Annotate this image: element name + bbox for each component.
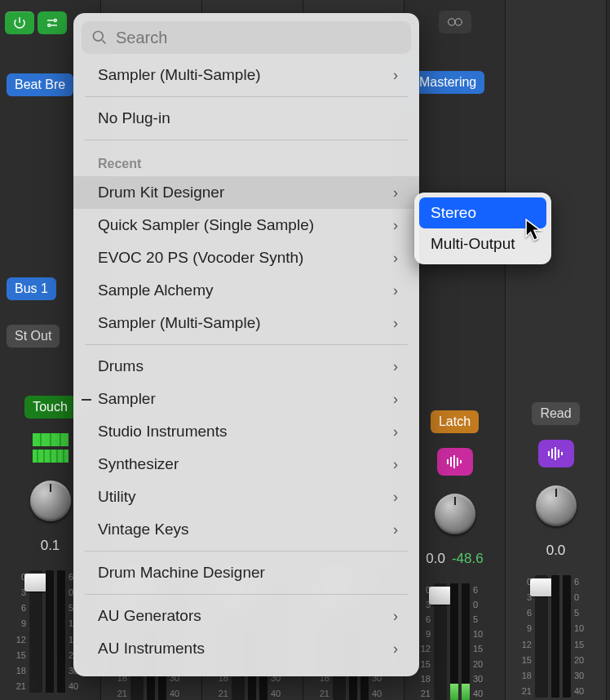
svg-rect-20 — [551, 449, 553, 459]
menu-item-sampler-multi-recent[interactable]: Sampler (Multi-Sample) › — [73, 307, 419, 339]
automation-mode[interactable]: Touch — [24, 396, 76, 419]
menu-item-drum-kit-designer[interactable]: Drum Kit Designer › — [73, 176, 419, 209]
chevron-right-icon: › — [393, 184, 398, 202]
pan-knob[interactable] — [30, 481, 71, 521]
menu-item-synthesizer[interactable]: Synthesizer› — [73, 448, 419, 481]
pan-value: 0.0 — [426, 551, 445, 567]
svg-point-24 — [94, 32, 104, 42]
volume-fader[interactable] — [434, 583, 447, 700]
chevron-right-icon: › — [393, 391, 398, 408]
menu-item-label: Studio Instruments — [98, 423, 227, 441]
menu-item-vintage-keys[interactable]: Vintage Keys› — [73, 513, 419, 546]
svg-point-0 — [54, 20, 56, 22]
menu-item-label: Sampler (Multi-Sample) — [98, 66, 261, 84]
output-slot[interactable]: St Out — [7, 325, 60, 348]
search-icon — [91, 29, 108, 46]
chevron-right-icon: › — [393, 456, 398, 473]
pan-value: 0.1 — [41, 538, 60, 554]
instrument-output-submenu: Stereo Multi-Output — [414, 193, 551, 264]
send-slot[interactable]: Bus 1 — [7, 277, 56, 300]
menu-item-label: Sampler — [98, 390, 156, 408]
chevron-right-icon: › — [393, 67, 398, 84]
fader-scale: 036912151821 — [8, 570, 26, 693]
menu-item-sampler-multi[interactable]: Sampler (Multi-Sample) › — [73, 59, 419, 91]
menu-item-label: Drum Kit Designer — [98, 184, 224, 202]
chevron-right-icon: › — [393, 358, 398, 375]
meter-scale: 6051015203040 — [473, 583, 488, 700]
menu-item-label: Utility — [98, 488, 135, 506]
svg-rect-22 — [558, 450, 559, 458]
svg-rect-18 — [460, 460, 462, 463]
menu-item-studio-instruments[interactable]: Studio Instruments› — [73, 415, 419, 448]
power-icon[interactable] — [5, 11, 34, 34]
svg-rect-21 — [555, 447, 556, 460]
menu-item-sampler[interactable]: Sampler› — [73, 383, 419, 415]
menu-item-label: Sample Alchemy — [98, 281, 214, 299]
level-meter — [46, 570, 54, 693]
chevron-right-icon: › — [393, 608, 398, 625]
submenu-item-stereo[interactable]: Stereo — [419, 197, 546, 228]
menu-item-drum-machine-designer[interactable]: Drum Machine Designer — [73, 556, 419, 589]
pan-knob[interactable] — [536, 485, 577, 526]
level-meter — [563, 575, 571, 698]
svg-point-1 — [48, 24, 51, 27]
menu-section-header: Recent — [73, 145, 419, 176]
svg-rect-17 — [457, 458, 458, 466]
svg-rect-23 — [561, 452, 563, 455]
settings-icon[interactable] — [38, 11, 67, 34]
submenu-item-multi-output[interactable]: Multi-Output — [419, 228, 546, 259]
volume-fader[interactable] — [535, 575, 548, 698]
search-field[interactable] — [82, 21, 411, 54]
audio-icon — [538, 440, 574, 467]
menu-item-label: AU Generators — [98, 607, 201, 625]
fader-scale: 036912151821 — [514, 575, 532, 698]
audio-icon — [437, 448, 473, 476]
svg-rect-19 — [548, 451, 550, 456]
menu-item-no-plugin[interactable]: No Plug-in — [73, 102, 419, 135]
automation-mode[interactable]: Read — [532, 402, 579, 425]
instrument-picker-menu: Sampler (Multi-Sample) › No Plug-in Rece… — [73, 13, 419, 676]
channel-strip-5: Read 0.0 036912151821 6051015203040 — [506, 0, 607, 700]
chevron-right-icon: › — [393, 489, 398, 506]
level-meter — [450, 583, 458, 700]
channel-strip-4: Mastering Latch 0.0 -48.6 036912151821 6… — [404, 0, 506, 700]
svg-rect-15 — [450, 457, 452, 467]
menu-item-label: Drum Machine Designer — [98, 564, 265, 582]
chevron-right-icon: › — [393, 423, 398, 441]
search-input[interactable] — [116, 29, 401, 47]
insert-slot[interactable]: Mastering — [411, 71, 484, 94]
svg-point-13 — [455, 19, 462, 25]
menu-item-label: AU Instruments — [98, 640, 205, 658]
automation-mode[interactable]: Latch — [431, 410, 479, 433]
menu-item-au-generators[interactable]: AU Generators› — [73, 600, 419, 632]
pan-knob[interactable] — [435, 494, 475, 534]
svg-rect-16 — [453, 455, 455, 468]
svg-rect-14 — [447, 459, 449, 464]
menu-item-label: No Plug-in — [98, 109, 170, 127]
chevron-right-icon: › — [393, 250, 398, 267]
insert-slot[interactable]: Beat Bre — [7, 73, 73, 96]
meter-peak: -48.6 — [452, 551, 484, 567]
stereo-link-icon[interactable] — [439, 11, 471, 33]
chevron-right-icon: › — [393, 217, 398, 234]
menu-item-au-instruments[interactable]: AU Instruments› — [73, 632, 419, 665]
menu-item-utility[interactable]: Utility› — [73, 481, 419, 513]
menu-item-label: EVOC 20 PS (Vocoder Synth) — [98, 249, 303, 267]
meter-scale: 6051015203040 — [574, 575, 589, 698]
menu-item-quick-sampler[interactable]: Quick Sampler (Single Sample) › — [73, 209, 419, 241]
volume-fader[interactable] — [29, 570, 42, 693]
menu-item-sample-alchemy[interactable]: Sample Alchemy › — [73, 274, 419, 307]
menu-item-label: Quick Sampler (Single Sample) — [98, 216, 314, 234]
midi-activity-icon — [33, 433, 69, 463]
pan-value: 0.0 — [546, 543, 566, 559]
chevron-right-icon: › — [393, 640, 398, 658]
chevron-right-icon: › — [393, 315, 398, 332]
menu-item-drums[interactable]: Drums› — [73, 350, 419, 383]
level-meter — [551, 575, 559, 698]
menu-item-evoc20ps[interactable]: EVOC 20 PS (Vocoder Synth) › — [73, 241, 419, 274]
svg-point-12 — [448, 19, 454, 25]
menu-item-label: Vintage Keys — [98, 521, 189, 538]
chevron-right-icon: › — [393, 282, 398, 299]
menu-item-label: Sampler (Multi-Sample) — [98, 314, 261, 332]
menu-item-label: Synthesizer — [98, 455, 179, 473]
